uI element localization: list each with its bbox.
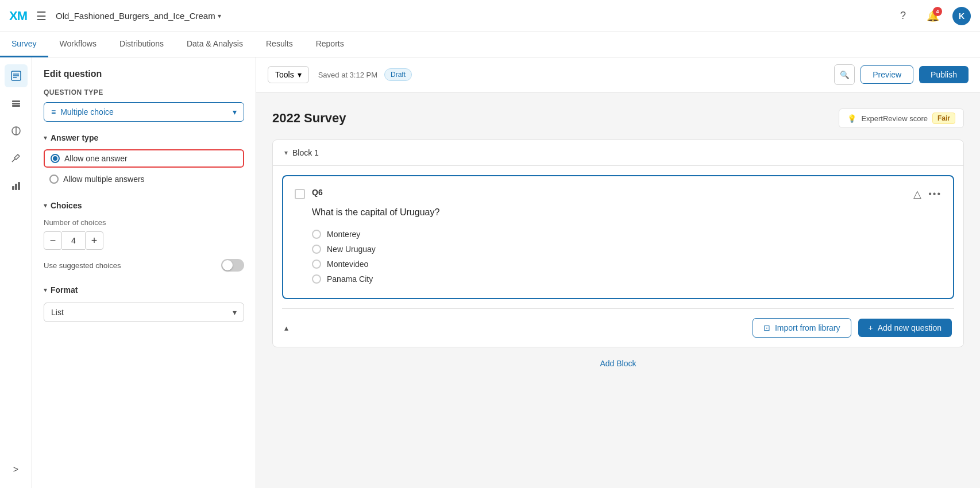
suggested-choices-toggle[interactable]	[221, 259, 244, 272]
toolbar-right: 🔍 Preview Publish	[834, 64, 969, 85]
import-from-library-button[interactable]: ⊡ Import from library	[753, 318, 851, 338]
block-chevron-icon[interactable]: ▾	[284, 149, 288, 157]
survey-title: 2022 Survey	[272, 111, 346, 126]
search-button[interactable]: 🔍	[834, 64, 855, 85]
allow-multiple-answers-option[interactable]: Allow multiple answers	[44, 171, 244, 187]
lightbulb-icon: 💡	[847, 114, 856, 123]
sidebar-item-settings[interactable]	[5, 92, 28, 115]
main-layout: > Edit question Question type ≡ Multiple…	[0, 57, 980, 488]
more-options-button[interactable]: •••	[928, 189, 942, 199]
expert-review-label: ExpertReview score	[861, 114, 928, 123]
svg-rect-5	[12, 103, 20, 104]
tools-label: Tools	[275, 70, 294, 79]
tab-data-analysis[interactable]: Data & Analysis	[175, 32, 254, 57]
block-footer: ▴ ⊡ Import from library + Add new questi…	[273, 309, 963, 347]
question-type-label: Question type	[44, 88, 244, 96]
question-type-select[interactable]: ≡ Multiple choice ▾	[44, 102, 244, 122]
question-id: Q6	[312, 188, 323, 197]
expand-sidebar-button[interactable]: >	[5, 458, 28, 481]
answer-type-title: Answer type	[51, 133, 98, 142]
help-button[interactable]: ?	[893, 6, 913, 26]
choice-radio-1[interactable]	[312, 230, 321, 239]
choice-radio-3[interactable]	[312, 260, 321, 269]
import-icon: ⊡	[763, 323, 770, 332]
format-chevron-icon: ▾	[44, 286, 47, 294]
suggested-choices-label: Use suggested choices	[44, 261, 121, 270]
answer-type-chevron-icon: ▾	[44, 134, 47, 142]
format-header: ▾ Format	[44, 285, 244, 295]
sidebar-item-tools[interactable]	[5, 147, 28, 170]
fair-badge: Fair	[932, 113, 955, 124]
project-chevron-icon[interactable]: ▾	[218, 12, 221, 20]
toolbar: Tools ▾ Saved at 3:12 PM Draft 🔍 Preview…	[256, 57, 980, 92]
question-card: Q6 △ ••• What is the capital of Uruguay?…	[282, 175, 954, 299]
num-choices-row: Number of choices − 4 +	[44, 218, 244, 250]
tools-button[interactable]: Tools ▾	[268, 66, 309, 83]
num-choices-label: Number of choices	[44, 218, 244, 227]
choices-list: Monterey New Uruguay Montevideo Pan	[312, 227, 942, 286]
sidebar-item-survey[interactable]	[5, 64, 28, 87]
toggle-knob	[222, 260, 233, 270]
top-bar-right: ? 🔔 4 K	[893, 6, 971, 26]
format-section: ▾ Format List ▾	[44, 285, 244, 322]
xm-logo: XM	[9, 9, 27, 24]
question-text: What is the capital of Uruguay?	[312, 207, 942, 218]
avatar-button[interactable]: K	[952, 7, 971, 25]
add-block-button[interactable]: Add Block	[600, 359, 636, 368]
allow-multiple-answers-radio[interactable]	[49, 175, 59, 184]
answer-type-section: ▾ Answer type Allow one answer Allow mul…	[44, 133, 244, 187]
tab-results[interactable]: Results	[254, 32, 304, 57]
warning-icon: △	[913, 188, 921, 200]
add-new-question-button[interactable]: + Add new question	[858, 319, 952, 337]
increase-choices-button[interactable]: +	[85, 231, 103, 250]
choice-item: Panama City	[312, 272, 942, 286]
choice-radio-4[interactable]	[312, 274, 321, 284]
choice-item: Montevideo	[312, 257, 942, 272]
question-checkbox[interactable]	[295, 189, 305, 199]
notifications-button[interactable]: 🔔 4	[923, 6, 943, 26]
sidebar-item-theme[interactable]	[5, 119, 28, 142]
saved-text: Saved at 3:12 PM	[318, 71, 377, 79]
decrease-choices-button[interactable]: −	[44, 231, 62, 250]
sidebar-item-data[interactable]	[5, 175, 28, 197]
collapse-block-button[interactable]: ▴	[284, 323, 288, 332]
tab-distributions[interactable]: Distributions	[108, 32, 175, 57]
edit-panel-title: Edit question	[44, 69, 244, 79]
preview-button[interactable]: Preview	[861, 65, 913, 84]
format-chevron-icon2: ▾	[233, 308, 237, 317]
draft-badge: Draft	[384, 68, 412, 81]
icon-sidebar: >	[0, 57, 32, 488]
format-select[interactable]: List ▾	[44, 303, 244, 322]
tab-reports[interactable]: Reports	[304, 32, 356, 57]
publish-button[interactable]: Publish	[919, 66, 969, 83]
list-icon: ≡	[51, 107, 56, 117]
question-card-header: Q6 △ •••	[295, 188, 942, 200]
add-question-label: Add new question	[878, 323, 942, 332]
num-choices-control: − 4 +	[44, 231, 244, 250]
svg-rect-4	[12, 100, 20, 102]
block-label: Block 1	[292, 148, 319, 157]
edit-panel: Edit question Question type ≡ Multiple c…	[32, 57, 256, 488]
choices-header: ▾ Choices	[44, 201, 244, 210]
expert-review-widget: 💡 ExpertReview score Fair	[839, 109, 964, 128]
choice-item: New Uruguay	[312, 242, 942, 257]
choices-title: Choices	[51, 201, 82, 210]
allow-one-answer-radio[interactable]	[51, 154, 60, 163]
add-block-row: Add Block	[272, 347, 964, 379]
choices-chevron-icon: ▾	[44, 202, 47, 210]
choice-text-4: Panama City	[327, 274, 373, 284]
choices-section: ▾ Choices Number of choices − 4 + Use su…	[44, 201, 244, 272]
choice-radio-2[interactable]	[312, 245, 321, 254]
top-bar: XM ☰ Old_Fashioned_Burgers_and_Ice_Cream…	[0, 0, 980, 32]
suggested-choices-row: Use suggested choices	[44, 259, 244, 272]
survey-header: 2022 Survey 💡 ExpertReview score Fair	[272, 109, 964, 128]
format-title: Format	[51, 285, 78, 295]
allow-one-answer-option[interactable]: Allow one answer	[44, 149, 244, 168]
hamburger-icon[interactable]: ☰	[36, 9, 47, 23]
tab-survey[interactable]: Survey	[0, 32, 48, 57]
choice-item: Monterey	[312, 227, 942, 242]
tab-workflows[interactable]: Workflows	[48, 32, 108, 57]
expand-icon: >	[13, 464, 18, 475]
format-value: List	[51, 308, 64, 317]
answer-type-header: ▾ Answer type	[44, 133, 244, 142]
